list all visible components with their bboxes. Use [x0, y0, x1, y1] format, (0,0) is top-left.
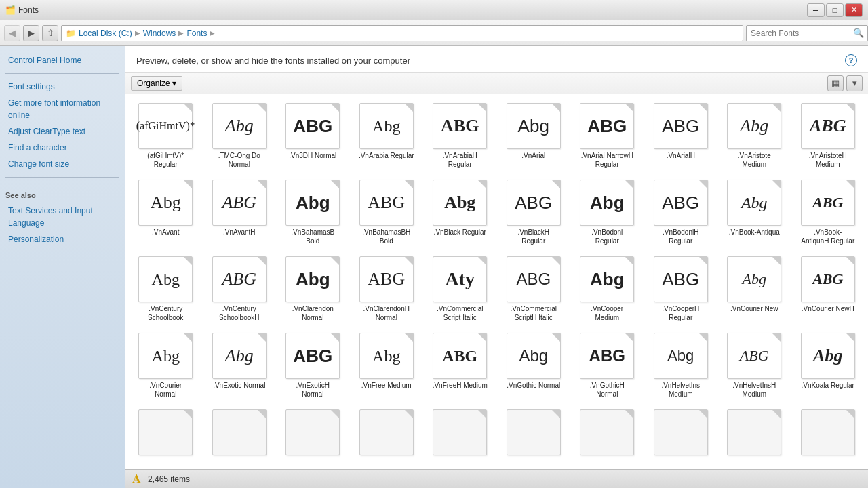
font-item[interactable]: Abg.VnBahamasB Bold	[278, 176, 348, 249]
organize-button[interactable]: Organize ▾	[131, 76, 182, 91]
view-dropdown-button[interactable]: ▾	[846, 75, 863, 92]
font-item-partial[interactable]	[572, 406, 642, 459]
font-item[interactable]: Abg.VnAvant	[131, 176, 201, 249]
font-name: .VnCommercial Script Italic	[432, 304, 488, 322]
see-also-label: See also	[5, 191, 119, 199]
font-item[interactable]: Abg.VnKoala Regular	[793, 329, 863, 402]
font-item[interactable]: ABG.VnBodoniH Regular	[646, 176, 716, 249]
font-item[interactable]: Abg.VnCooper Medium	[572, 253, 642, 325]
content-description: Preview, delete, or show and hide the fo…	[136, 56, 410, 66]
font-item[interactable]: Abg.VnArabia Regular	[352, 100, 422, 172]
sidebar: Control Panel Home Font settings Get mor…	[0, 46, 125, 488]
font-item[interactable]: Abg.VnGothic Normal	[499, 329, 569, 402]
up-button[interactable]: ⇧	[42, 25, 58, 41]
font-item[interactable]: ABG.VnBlackH Regular	[499, 176, 569, 249]
title-bar: 🗂️ Fonts ─ □ ✕	[0, 0, 868, 20]
content-area: Preview, delete, or show and hide the fo…	[125, 46, 868, 488]
font-item[interactable]: Aty.VnCommercial Script Italic	[425, 253, 495, 325]
font-item-partial[interactable]	[352, 406, 422, 459]
font-name: .VnCourier New	[730, 304, 778, 313]
forward-button[interactable]: ▶	[23, 25, 39, 41]
breadcrumb-sep-3: ▶	[210, 29, 215, 37]
folder-icon: 📁	[66, 28, 76, 38]
font-item-partial[interactable]	[793, 406, 863, 459]
font-item-partial[interactable]	[205, 406, 275, 459]
font-name: .VnExoticH Normal	[285, 381, 340, 399]
font-item[interactable]: ABG.VnGothicH Normal	[572, 329, 642, 402]
font-item[interactable]: ABG.VnArabiaH Regular	[425, 100, 495, 172]
font-item[interactable]: Abg.VnBlack Regular	[425, 176, 495, 249]
organize-dropdown-icon: ▾	[172, 79, 176, 88]
font-name: .VnCourier Normal	[138, 381, 193, 399]
font-name: .VnHelvetInsH Medium	[726, 381, 782, 399]
help-icon[interactable]: ?	[845, 54, 857, 66]
font-item[interactable]: Abg.VnCourier Normal	[131, 329, 201, 402]
font-item[interactable]: ABG.VnCommercial ScriptH Italic	[499, 253, 569, 325]
font-name: .VnKoala Regular	[802, 381, 854, 390]
view-icon-button[interactable]: ▦	[827, 75, 844, 92]
font-item[interactable]: Abg.VnClarendon Normal	[278, 253, 348, 325]
font-name: .VnBook-Antiqua	[729, 228, 780, 237]
font-item[interactable]: ABG.VnBook-AntiquaH Regular	[793, 176, 863, 249]
sidebar-item-find-character[interactable]: Find a character	[5, 140, 119, 155]
font-item[interactable]: ABG.VnAvantH	[205, 176, 275, 249]
font-item[interactable]: (afGiHmtV)*(afGiHmtV)* Regular	[131, 100, 201, 172]
font-item[interactable]: Abg.VnCourier New	[719, 253, 789, 325]
font-name: .VnArabia Regular	[359, 151, 414, 160]
content-header: Preview, delete, or show and hide the fo…	[125, 46, 868, 73]
font-item[interactable]: ABG.Vn3DH Normal	[278, 100, 348, 172]
font-name: .VnAristote Medium	[726, 151, 782, 169]
font-item-partial[interactable]	[646, 406, 716, 459]
font-item-partial[interactable]	[425, 406, 495, 459]
sidebar-divider-1	[5, 73, 119, 74]
search-input[interactable]	[746, 25, 868, 41]
font-item-partial[interactable]	[499, 406, 569, 459]
sidebar-item-control-panel-home[interactable]: Control Panel Home	[5, 53, 119, 68]
status-bar: 𝐀 2,465 items	[125, 469, 868, 488]
fonts-grid-container[interactable]: (afGiHmtV)*(afGiHmtV)* RegularAbg.TMC-On…	[125, 94, 868, 469]
font-item[interactable]: ABG.VnHelvetInsH Medium	[719, 329, 789, 402]
font-item-partial[interactable]	[131, 406, 201, 459]
font-item-partial[interactable]	[278, 406, 348, 459]
font-item[interactable]: ABG.VnAristoteH Medium	[793, 100, 863, 172]
sidebar-item-change-font-size[interactable]: Change font size	[5, 157, 119, 171]
font-item[interactable]: ABG.VnCourier NewH	[793, 253, 863, 325]
address-bar: ◀ ▶ ⇧ 📁 Local Disk (C:) ▶ Windows ▶ Font…	[0, 20, 868, 46]
font-item[interactable]: ABG.VnCentury SchoolbookH	[205, 253, 275, 325]
font-item[interactable]: ABG.VnBahamasBH Bold	[352, 176, 422, 249]
font-item[interactable]: Abg.VnHelvetIns Medium	[646, 329, 716, 402]
font-item[interactable]: ABG.VnClarendonH Normal	[352, 253, 422, 325]
font-item[interactable]: Abg.VnFree Medium	[352, 329, 422, 402]
font-item[interactable]: Abg.VnAristote Medium	[719, 100, 789, 172]
font-name: .VnBodoni Regular	[579, 228, 635, 245]
font-item[interactable]: Abg.TMC-Ong Do Normal	[205, 100, 275, 172]
sidebar-item-personalization[interactable]: Personalization	[5, 232, 119, 247]
font-name: .VnAristoteH Medium	[800, 151, 856, 169]
font-item[interactable]: Abg.VnArial	[499, 100, 569, 172]
font-item[interactable]: ABG.VnExoticH Normal	[278, 329, 348, 402]
close-button[interactable]: ✕	[845, 3, 863, 17]
font-item[interactable]: ABG.VnCooperH Regular	[646, 253, 716, 325]
back-button[interactable]: ◀	[4, 25, 20, 41]
breadcrumb-fonts[interactable]: Fonts	[186, 28, 207, 38]
search-icon: 🔍	[853, 28, 864, 38]
font-item[interactable]: ABG.VnFreeH Medium	[425, 329, 495, 402]
sidebar-item-adjust-cleartype[interactable]: Adjust ClearType text	[5, 124, 119, 139]
font-item[interactable]: Abg.VnBook-Antiqua	[719, 176, 789, 249]
font-item-partial[interactable]	[719, 406, 789, 459]
minimize-button[interactable]: ─	[807, 3, 825, 17]
breadcrumb-local-disk[interactable]: Local Disk (C:)	[79, 28, 132, 38]
breadcrumb: 📁 Local Disk (C:) ▶ Windows ▶ Fonts ▶	[61, 25, 743, 41]
font-item[interactable]: Abg.VnCentury Schoolbook	[131, 253, 201, 325]
sidebar-item-font-settings[interactable]: Font settings	[5, 79, 119, 94]
font-item[interactable]: ABG.VnArialH	[646, 100, 716, 172]
font-item[interactable]: Abg.VnExotic Normal	[205, 329, 275, 402]
sidebar-item-text-services[interactable]: Text Services and Input Language	[5, 203, 119, 230]
breadcrumb-windows[interactable]: Windows	[143, 28, 176, 38]
font-name: .VnClarendon Normal	[285, 304, 340, 322]
maximize-button[interactable]: □	[826, 3, 844, 17]
font-item[interactable]: ABG.VnArial NarrowH Regular	[572, 100, 642, 172]
sidebar-item-get-more-fonts[interactable]: Get more font information online	[5, 96, 119, 123]
font-item[interactable]: Abg.VnBodoni Regular	[572, 176, 642, 249]
font-name: .VnHelvetIns Medium	[653, 381, 709, 399]
